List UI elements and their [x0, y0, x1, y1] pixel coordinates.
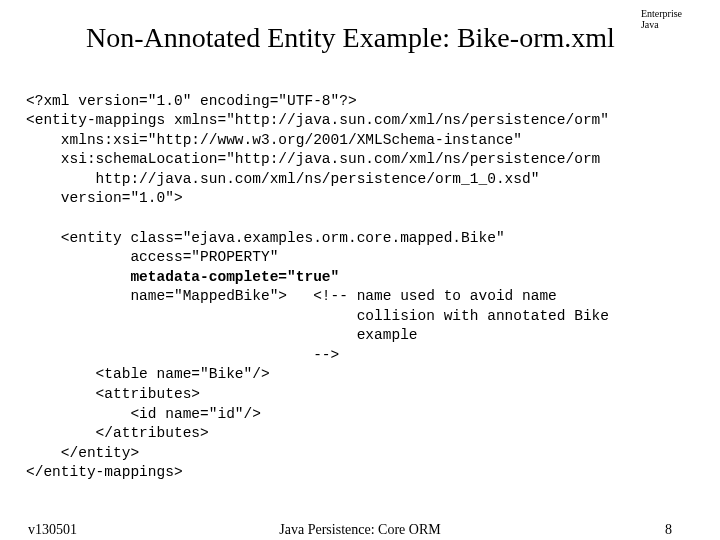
code-line: http://java.sun.com/xml/ns/persistence/o…	[26, 171, 539, 187]
code-line: xmlns:xsi="http://www.w3.org/2001/XMLSch…	[26, 132, 522, 148]
slide-title: Non-Annotated Entity Example: Bike-orm.x…	[86, 22, 615, 54]
code-line: xsi:schemaLocation="http://java.sun.com/…	[26, 151, 600, 167]
footer-page-number: 8	[665, 522, 672, 538]
code-line: name="MappedBike"> <!-- name used to avo…	[26, 288, 557, 304]
code-line: <id name="id"/>	[26, 406, 261, 422]
code-line: <?xml version="1.0" encoding="UTF-8"?>	[26, 93, 357, 109]
code-line: -->	[26, 347, 339, 363]
code-line: <entity-mappings xmlns="http://java.sun.…	[26, 112, 609, 128]
header-tag: Enterprise Java	[641, 8, 682, 30]
code-line: </attributes>	[26, 425, 209, 441]
code-line: example	[26, 327, 418, 343]
code-line: version="1.0">	[26, 190, 183, 206]
code-line	[26, 269, 130, 285]
code-line: </entity-mappings>	[26, 464, 183, 480]
code-line-bold: metadata-complete="true"	[130, 269, 339, 285]
code-line: access="PROPERTY"	[26, 249, 278, 265]
header-tag-line2: Java	[641, 19, 682, 30]
code-line: <attributes>	[26, 386, 200, 402]
code-block: <?xml version="1.0" encoding="UTF-8"?> <…	[26, 72, 609, 483]
footer-title: Java Persistence: Core ORM	[0, 522, 720, 538]
code-line: collision with annotated Bike	[26, 308, 609, 324]
code-line: <entity class="ejava.examples.orm.core.m…	[26, 230, 505, 246]
header-tag-line1: Enterprise	[641, 8, 682, 19]
code-line: <table name="Bike"/>	[26, 366, 270, 382]
code-line: </entity>	[26, 445, 139, 461]
